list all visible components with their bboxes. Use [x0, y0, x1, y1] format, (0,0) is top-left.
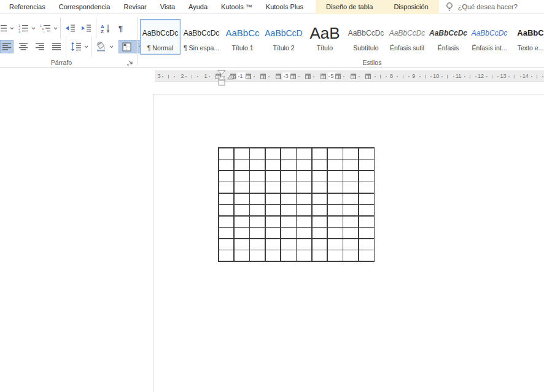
table-cell[interactable] — [297, 159, 311, 170]
table-cell[interactable] — [313, 171, 327, 182]
line-spacing-button[interactable] — [69, 40, 84, 53]
table-cell[interactable] — [359, 148, 374, 159]
paragraph-dialog-launcher[interactable] — [127, 59, 134, 66]
table-cell[interactable] — [343, 171, 358, 182]
multilevel-list-button[interactable]: 1 a i — [38, 21, 53, 35]
bullets-button[interactable] — [0, 21, 9, 35]
table-cell[interactable] — [235, 171, 249, 182]
table-cell[interactable] — [297, 194, 311, 204]
table-cell[interactable] — [266, 159, 281, 170]
table-cell[interactable] — [266, 148, 281, 159]
table-cell[interactable] — [297, 148, 311, 159]
table-cell[interactable] — [219, 217, 234, 227]
table-cell[interactable] — [266, 182, 281, 193]
table-cell[interactable] — [297, 182, 311, 193]
style-subtitle[interactable]: AaBbCcDc Subtítulo — [346, 19, 386, 55]
style-no-spacing[interactable]: AaBbCcDc ¶ Sin espa... — [181, 19, 222, 55]
table-cell[interactable] — [313, 205, 327, 215]
table-cell[interactable] — [219, 250, 234, 261]
table-cell[interactable] — [266, 239, 281, 250]
tab-ayuda[interactable]: Ayuda — [182, 0, 214, 14]
table-cell[interactable] — [297, 205, 311, 215]
table-cell[interactable] — [281, 217, 296, 227]
table-column-marker[interactable] — [290, 74, 296, 79]
table-cell[interactable] — [235, 250, 249, 261]
table-cell[interactable] — [250, 182, 265, 193]
table-cell[interactable] — [235, 205, 249, 215]
table-cell[interactable] — [219, 239, 234, 250]
table-column-marker[interactable] — [260, 74, 266, 79]
align-left-button[interactable] — [0, 40, 14, 53]
table-cell[interactable] — [343, 182, 358, 193]
table-cell[interactable] — [343, 239, 358, 250]
tab-correspondencia[interactable]: Correspondencia — [52, 0, 117, 14]
table-cell[interactable] — [235, 239, 249, 250]
tell-me-search[interactable]: ¿Qué desea hacer? — [445, 2, 518, 12]
table-cell[interactable] — [313, 228, 327, 238]
tab-diseno-de-tabla[interactable]: Diseño de tabla — [316, 0, 383, 14]
bullets-dropdown-icon[interactable] — [9, 21, 14, 35]
table-cell[interactable] — [281, 239, 296, 250]
style-strong[interactable]: AaBbC Texto e... — [510, 19, 544, 55]
tab-kutools-plus[interactable]: Kutools Plus — [259, 0, 310, 14]
table-cell[interactable] — [359, 228, 374, 238]
document-page[interactable] — [153, 94, 544, 392]
style-emphasis[interactable]: AaBbCcDc Énfasis — [428, 19, 468, 55]
table-cell[interactable] — [250, 228, 265, 238]
tab-referencias[interactable]: Referencias — [0, 0, 52, 14]
shading-button[interactable] — [94, 40, 109, 53]
table-cell[interactable] — [235, 182, 249, 193]
table-cell[interactable] — [235, 217, 249, 227]
table-cell[interactable] — [343, 205, 358, 215]
tab-disposicion[interactable]: Disposición — [383, 0, 438, 14]
table-cell[interactable] — [313, 148, 327, 159]
table-column-marker[interactable] — [276, 74, 281, 79]
table-cell[interactable] — [250, 250, 265, 261]
table-cell[interactable] — [359, 239, 374, 250]
table-cell[interactable] — [328, 194, 343, 204]
table-cell[interactable] — [297, 217, 311, 227]
table-cell[interactable] — [359, 205, 374, 215]
line-spacing-dropdown-icon[interactable] — [84, 40, 88, 53]
table-cell[interactable] — [250, 217, 265, 227]
table-cell[interactable] — [328, 148, 343, 159]
table-cell[interactable] — [343, 159, 358, 170]
table-column-marker[interactable] — [365, 74, 371, 79]
table-cell[interactable] — [359, 250, 374, 261]
table-cell[interactable] — [359, 217, 374, 227]
table-cell[interactable] — [250, 239, 265, 250]
style-heading-2[interactable]: AaBbCcD Título 2 — [263, 19, 304, 55]
table-cell[interactable] — [281, 171, 296, 182]
table-cell[interactable] — [235, 148, 249, 159]
table-cell[interactable] — [328, 182, 343, 193]
tab-revisar[interactable]: Revisar — [117, 0, 153, 14]
multilevel-dropdown-icon[interactable] — [53, 21, 58, 35]
table-cell[interactable] — [297, 239, 311, 250]
table-column-marker[interactable] — [305, 74, 311, 79]
table-cell[interactable] — [328, 250, 343, 261]
table-cell[interactable] — [250, 205, 265, 215]
decrease-indent-button[interactable] — [63, 21, 77, 35]
table-cell[interactable] — [235, 194, 249, 204]
table-cell[interactable] — [266, 228, 281, 238]
table-cell[interactable] — [313, 159, 327, 170]
table-cell[interactable] — [281, 250, 296, 261]
style-normal[interactable]: AaBbCcDc ¶ Normal — [140, 19, 181, 55]
table-cell[interactable] — [281, 182, 296, 193]
table-cell[interactable] — [359, 159, 374, 170]
table-cell[interactable] — [219, 205, 234, 215]
table-cell[interactable] — [328, 205, 343, 215]
table-cell[interactable] — [250, 194, 265, 204]
table-cell[interactable] — [219, 182, 234, 193]
table-cell[interactable] — [359, 182, 374, 193]
table-cell[interactable] — [219, 148, 234, 159]
table-cell[interactable] — [266, 205, 281, 215]
table-column-marker[interactable] — [351, 74, 356, 79]
table-cell[interactable] — [235, 159, 249, 170]
numbering-button[interactable]: 1 2 3 — [17, 21, 31, 35]
table-cell[interactable] — [266, 194, 281, 204]
table-cell[interactable] — [266, 250, 281, 261]
shading-dropdown-icon[interactable] — [109, 40, 114, 53]
table-cell[interactable] — [281, 148, 296, 159]
style-heading-1[interactable]: AaBbCc Título 1 — [222, 19, 263, 55]
